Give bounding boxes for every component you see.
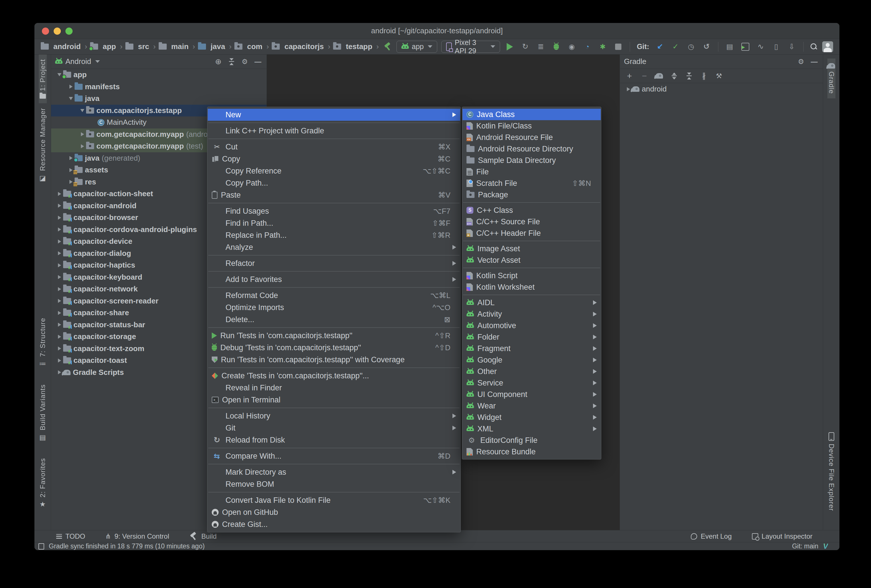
menu-item[interactable]: Find in Path... ⇧⌘F xyxy=(208,217,460,229)
tool-window-button[interactable]: TODO xyxy=(56,532,85,541)
submenu-item[interactable]: Google xyxy=(462,354,601,366)
submenu-item[interactable]: Fragment xyxy=(462,343,601,354)
toolbar-icon[interactable] xyxy=(724,41,736,52)
tool-window-tab[interactable]: 1: Project xyxy=(39,54,47,103)
menu-item[interactable]: Create Gist... xyxy=(208,518,460,530)
toolbar-icon[interactable] xyxy=(504,41,516,52)
submenu-item[interactable]: Wear xyxy=(462,400,601,411)
expand-arrow-icon[interactable] xyxy=(56,203,63,208)
submenu-item[interactable]: Widget xyxy=(462,411,601,423)
tool-window-tab[interactable]: Device File Explorer xyxy=(828,428,835,516)
device-select[interactable]: Pixel 3 API 29 xyxy=(441,41,500,53)
toolbar-icon[interactable] xyxy=(612,41,624,52)
menu-item[interactable]: Analyze xyxy=(208,241,460,253)
expand-arrow-icon[interactable] xyxy=(56,311,63,315)
toolbar-icon[interactable] xyxy=(582,41,593,52)
panel-action-icon[interactable] xyxy=(227,57,236,66)
submenu-item[interactable]: EditorConfig File xyxy=(462,435,601,446)
menu-item[interactable]: Reload from Disk xyxy=(208,434,460,446)
menu-item[interactable]: Debug 'Tests in 'com.capacitorjs.testapp… xyxy=(208,342,460,354)
expand-arrow-icon[interactable] xyxy=(56,299,63,303)
breadcrumb-item[interactable]: src › xyxy=(126,42,157,51)
menu-item[interactable]: Reformat Code ⌥⌘L xyxy=(208,289,460,301)
toolbar-icon[interactable] xyxy=(701,41,712,52)
tool-window-tab[interactable]: 7: Structure xyxy=(39,313,47,372)
tree-row[interactable]: app xyxy=(51,69,266,81)
breadcrumb-item[interactable]: testapp › xyxy=(333,42,380,51)
tool-window-button[interactable]: Event Log xyxy=(691,533,732,540)
expand-arrow-icon[interactable] xyxy=(56,227,63,232)
menu-item[interactable]: New xyxy=(208,109,460,121)
tree-row[interactable]: manifests xyxy=(51,81,266,93)
tool-window-button[interactable]: Layout Inspector xyxy=(752,533,813,540)
menu-item[interactable]: Run 'Tests in 'com.capacitorjs.testapp''… xyxy=(208,329,460,342)
menu-item[interactable]: Open in Terminal xyxy=(208,394,460,406)
submenu-item[interactable]: File xyxy=(462,166,601,178)
submenu-item[interactable]: Image Asset xyxy=(462,243,601,254)
menu-item[interactable]: Refactor xyxy=(208,257,460,269)
submenu-item[interactable]: AIDL xyxy=(462,297,601,308)
menu-item[interactable]: Reveal in Finder xyxy=(208,382,460,394)
toolbar-icon[interactable] xyxy=(519,41,531,52)
expand-arrow-icon[interactable] xyxy=(67,85,75,88)
minimize-window-button[interactable] xyxy=(54,27,61,35)
expand-arrow-icon[interactable] xyxy=(79,109,86,112)
run-configuration-select[interactable]: app xyxy=(397,41,437,53)
menu-item[interactable]: Git xyxy=(208,422,460,434)
submenu-item[interactable]: Activity xyxy=(462,308,601,320)
gradle-toolbar-icon[interactable] xyxy=(654,71,664,81)
expand-arrow-icon[interactable] xyxy=(56,287,63,291)
submenu-item[interactable]: Kotlin Worksheet xyxy=(462,281,601,293)
tool-window-tab[interactable]: 2: Favorites xyxy=(39,453,47,513)
submenu-item[interactable]: Folder xyxy=(462,331,601,343)
menu-item[interactable]: Mark Directory as xyxy=(208,466,460,478)
menu-item[interactable]: Compare With... ⌘D xyxy=(208,450,460,462)
gradle-toolbar-icon[interactable] xyxy=(699,71,709,81)
tool-window-button[interactable]: Build xyxy=(189,532,217,541)
toolbar-icon[interactable] xyxy=(786,41,798,52)
menu-item[interactable]: Run 'Tests in 'com.capacitorjs.testapp''… xyxy=(208,354,460,366)
submenu-item[interactable]: Sample Data Directory xyxy=(462,155,601,166)
submenu-item[interactable]: Resource Bundle xyxy=(462,446,601,458)
expand-arrow-icon[interactable] xyxy=(56,347,63,350)
submenu-item[interactable]: Scratch File ⇧⌘N xyxy=(462,178,601,189)
toolbar-icon[interactable] xyxy=(755,41,766,52)
menu-item[interactable]: Convert Java File to Kotlin File ⌥⇧⌘K xyxy=(208,494,460,506)
tree-row[interactable]: java xyxy=(51,93,266,105)
submenu-item[interactable]: Kotlin File/Class xyxy=(462,120,601,132)
build-hammer-icon[interactable] xyxy=(383,42,392,51)
panel-action-icon[interactable] xyxy=(253,57,262,66)
submenu-item[interactable]: Java Class xyxy=(462,109,601,120)
gradle-toolbar-icon[interactable] xyxy=(639,71,649,81)
toolbar-icon[interactable] xyxy=(535,41,546,52)
tool-window-toggle-icon[interactable] xyxy=(39,543,44,549)
menu-item[interactable]: Copy ⌘C xyxy=(208,153,460,165)
expand-arrow-icon[interactable] xyxy=(56,335,63,339)
menu-item[interactable]: Add to Favorites xyxy=(208,273,460,286)
submenu-item[interactable]: Android Resource Directory xyxy=(462,143,601,155)
toolbar-icon[interactable] xyxy=(670,41,681,52)
expand-arrow-icon[interactable] xyxy=(56,239,63,244)
expand-arrow-icon[interactable] xyxy=(79,132,86,136)
expand-arrow-icon[interactable] xyxy=(56,275,63,279)
git-branch-widget[interactable]: Git: main xyxy=(792,542,819,550)
breadcrumb-item[interactable]: app › xyxy=(90,42,124,51)
toolbar-icon[interactable] xyxy=(739,41,751,52)
toolbar-icon[interactable] xyxy=(685,41,697,52)
toolbar-icon[interactable] xyxy=(654,41,666,52)
breadcrumb-item[interactable]: android › xyxy=(41,42,89,51)
tool-window-tab[interactable]: Build Variants xyxy=(39,380,47,446)
expand-arrow-icon[interactable] xyxy=(56,216,63,220)
close-window-button[interactable] xyxy=(42,27,49,35)
panel-action-icon[interactable] xyxy=(240,57,249,66)
tool-window-tab[interactable]: Resource Manager xyxy=(39,103,47,186)
submenu-item[interactable]: Automotive xyxy=(462,320,601,331)
menu-item[interactable]: Cut ⌘X xyxy=(208,141,460,153)
breadcrumb-item[interactable]: com › xyxy=(234,42,271,51)
zoom-window-button[interactable] xyxy=(66,27,73,35)
submenu-item[interactable]: C/C++ Source File xyxy=(462,216,601,227)
gradle-toolbar-icon[interactable] xyxy=(624,71,634,81)
menu-item[interactable]: Paste ⌘V xyxy=(208,189,460,201)
gradle-toolbar-icon[interactable] xyxy=(669,71,679,81)
expand-arrow-icon[interactable] xyxy=(79,144,86,148)
